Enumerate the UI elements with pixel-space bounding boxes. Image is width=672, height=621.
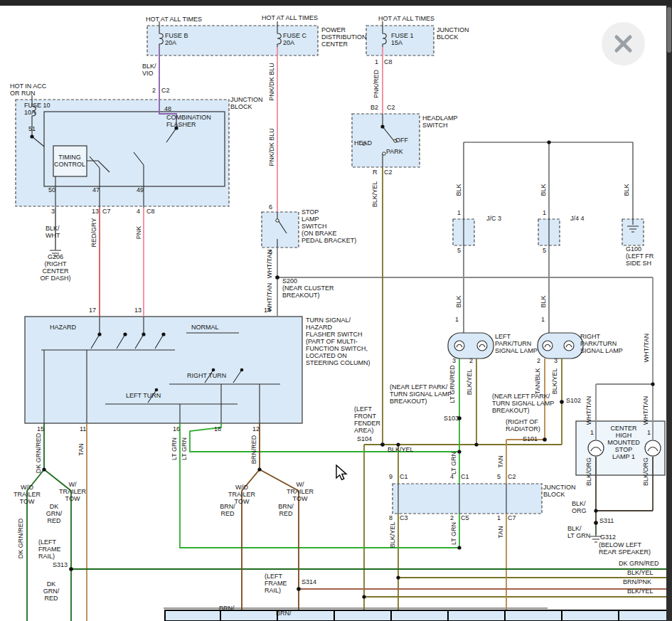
g312-label: G312: [600, 534, 616, 541]
wiring-diagram-viewer: HOT AT ALL TIMES HOT AT ALL TIMES HOT AT…: [0, 0, 672, 621]
wire-label-blk-yel: BLK/YEL: [466, 369, 473, 396]
wire-label-blk: BLK: [540, 295, 547, 307]
vertical-scrollbar[interactable]: [666, 0, 672, 621]
s311-dot: [594, 521, 598, 525]
stop-lamp-switch-box: [262, 212, 299, 248]
pin-c1: C1: [400, 473, 408, 480]
pin-5: 5: [457, 247, 461, 254]
hot-in-acc-label: HOT IN ACC OR RUN: [10, 83, 46, 97]
s311-label: S311: [599, 517, 614, 524]
wire-label-brn-cut: BRN/: [276, 610, 292, 617]
pin-c7: C7: [508, 514, 516, 521]
wire-label-blk-yel: BLK/YEL: [627, 569, 654, 576]
pin-5: 5: [497, 473, 501, 480]
timing-control-label: TIMING CONTROL: [54, 154, 85, 168]
wire-label-wht-tan: WHT/TAN: [266, 250, 273, 278]
wire-label-blk: BLK: [455, 184, 462, 196]
wire-label-wht-tan: WHT/TAN: [585, 396, 592, 425]
wire-label-brn-cut: BRN/: [219, 605, 235, 612]
pin-3: 3: [452, 357, 456, 364]
bottom-table: [165, 610, 667, 621]
s102-label: S102: [566, 397, 581, 404]
hot-at-all-times-label: HOT AT ALL TIMES: [378, 15, 434, 22]
pin-49: 49: [137, 186, 144, 193]
pin-17: 17: [89, 307, 96, 314]
pin-c3: C3: [400, 514, 408, 521]
close-button[interactable]: [602, 22, 645, 65]
wire-label-lt-grn: LT GRN: [171, 437, 178, 460]
pin-r: R: [373, 169, 378, 176]
fuse-b-label: FUSE B 20A: [165, 32, 188, 46]
jc3-label: J/C 3: [486, 215, 501, 222]
pin-9: 9: [389, 473, 393, 480]
pin-c5: C5: [461, 514, 469, 521]
s200-dot: [275, 275, 279, 280]
pin-1: 1: [375, 58, 378, 65]
g312-note: (BELOW LEFT REAR SPEAKER): [599, 541, 651, 556]
s313-label: S313: [53, 561, 68, 568]
wire-label-brn-red: BRN/RED: [250, 435, 257, 465]
w-trailer-tow-label: W/ TRAILER TOW: [287, 481, 314, 502]
junction-block-top-label: JUNCTION BLOCK: [437, 26, 469, 41]
fuse-10-label: FUSE 10 10A: [24, 102, 50, 116]
wire-label-tan: TAN: [78, 443, 85, 455]
wire-label-brn-pnk: BRN/PNK: [623, 578, 651, 585]
pin-b2: B2: [370, 104, 378, 111]
pin-c2: C2: [161, 87, 170, 94]
wire-label-tan-blk: TAN/BLK: [534, 368, 541, 395]
pin-50: 50: [48, 186, 55, 193]
wire-label-lt-grn: LT GRN: [181, 437, 188, 460]
wire-label-tan: TAN: [497, 455, 504, 467]
wire-label-blk-yel: BLK/YEL: [627, 588, 654, 595]
junction-block-flasher-label: JUNCTION BLOCK: [230, 96, 263, 110]
component-boxes: [16, 26, 665, 514]
wire-label-lt-grn: LT GRN: [450, 522, 457, 545]
s314-note: (LEFT FRAME RAIL): [265, 573, 287, 594]
wire-label-blk-lt-grn: BLK/ LT GRN: [567, 525, 590, 539]
hazard-label: HAZARD: [50, 324, 76, 331]
pdc-label: POWER DISTRIBUTION CENTER: [321, 26, 367, 48]
wire-label-dk-grn-red: DK GRN/ RED: [43, 580, 60, 602]
wire-label-blk-yel: BLK/YEL: [551, 368, 558, 395]
s102-note: (NEAR LEFT PARK/ TURN SIGNAL LAMP BREAKO…: [492, 393, 554, 414]
pin-1: 1: [457, 209, 461, 216]
s200-label: S200 (NEAR CLUSTER BREAKOUT): [282, 277, 334, 299]
scrollbar-thumb[interactable]: [667, 7, 671, 53]
pin-14: 14: [264, 307, 271, 314]
left-turn-label: LEFT TURN: [126, 392, 161, 399]
park-position-label: PARK: [386, 148, 403, 155]
pin-1: 1: [543, 209, 546, 216]
wire-label-dk-grn-red: DK GRN/RED: [619, 560, 659, 567]
fuse-c-label: FUSE C 20A: [283, 32, 306, 46]
junction-block-bottom-box: [393, 484, 542, 514]
g206-label: G206 (RIGHT CENTER OF DASH): [40, 253, 70, 282]
wire-label-pnk: PNK: [135, 226, 142, 240]
pin-1: 1: [541, 316, 545, 323]
chmsl-label: CENTER HIGH MOUNTED STOP LAMP 1: [607, 425, 640, 460]
pin-2: 2: [469, 357, 473, 364]
wire-label-blk-org: BLK/ ORG: [572, 500, 587, 514]
pin-15: 15: [37, 425, 44, 432]
wire-label-blk: BLK: [623, 184, 630, 196]
s101-note: (RIGHT OF RADIATOR): [506, 418, 540, 432]
s313-dot: [69, 567, 73, 571]
pin-c2: C2: [384, 169, 393, 176]
pin-12: 12: [252, 425, 260, 432]
wo-trailer-tow-label: W/O TRAILER TOW: [228, 484, 255, 505]
s314-dot: [297, 587, 301, 591]
wire-label-red-gry: RED/GRY: [90, 218, 97, 248]
hot-at-all-times-label: HOT AT ALL TIMES: [146, 16, 202, 23]
wire-label-pnk-dk-blu: PNK/DK BLU: [268, 63, 275, 101]
s104-label: S104: [357, 435, 372, 442]
right-turn-label: RIGHT TURN: [187, 372, 226, 379]
normal-label: NORMAL: [191, 324, 219, 331]
stop-lamp-switch-label: STOP LAMP SWITCH (ON BRAKE PEDAL BRACKET…: [302, 208, 356, 244]
turn-signal-switch-label: TURN SIGNAL/ HAZARD FLASHER SWITCH (PART…: [306, 317, 370, 366]
headlamp-switch-label: HEADLAMP SWITCH: [422, 115, 458, 129]
right-lamp-label: RIGHT PARK/TURN SIGNAL LAMP: [580, 333, 623, 354]
s102-dot: [560, 400, 564, 404]
s104-dot: [380, 442, 385, 447]
mouse-cursor: [334, 465, 351, 482]
wire-label-blk-org: BLK/ORG: [642, 457, 649, 486]
pin-8: 8: [389, 514, 393, 521]
